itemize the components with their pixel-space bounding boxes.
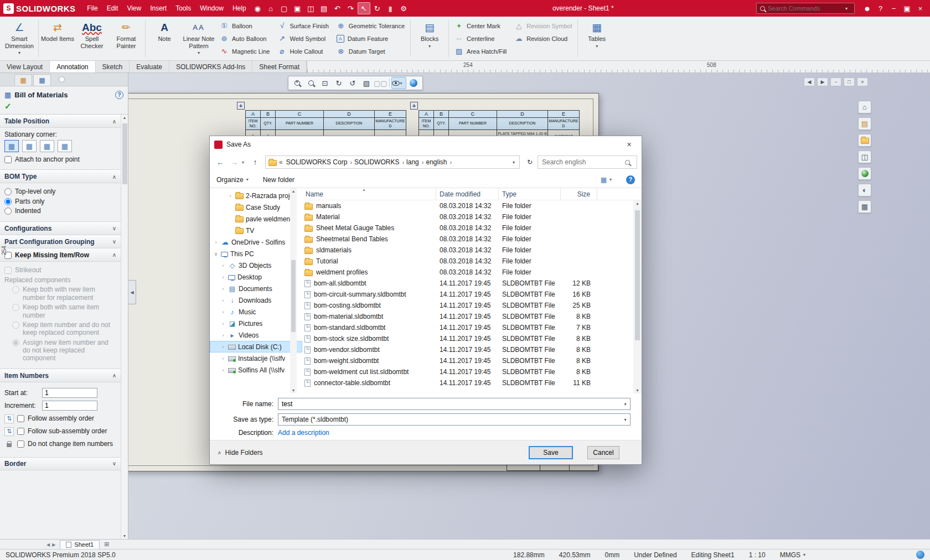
- auto-balloon-button[interactable]: ⊚ Auto Balloon: [217, 33, 273, 45]
- balloon-button[interactable]: ① Balloon: [217, 20, 273, 32]
- search-input[interactable]: [542, 158, 622, 166]
- save-button[interactable]: Save: [529, 446, 573, 459]
- new-folder-button[interactable]: New folder: [263, 176, 294, 184]
- breadcrumb-separator-icon[interactable]: ›: [447, 159, 452, 165]
- section-configurations[interactable]: Configurations ∨: [0, 222, 121, 235]
- display-style-icon[interactable]: ▢▢: [374, 77, 388, 89]
- keep-missing-checkbox[interactable]: Keep Missing Item/Row: [4, 251, 89, 259]
- expand-chevron-icon[interactable]: ›: [220, 356, 226, 361]
- scrollbar-thumb[interactable]: [122, 123, 127, 184]
- tree-item[interactable]: TV: [210, 225, 302, 236]
- do-not-change-numbers-checkbox[interactable]: Do not change item numbers: [17, 440, 113, 448]
- increment-input[interactable]: [42, 401, 97, 411]
- scrollbar-thumb[interactable]: [291, 260, 296, 332]
- scroll-down-icon[interactable]: ▼: [292, 388, 296, 392]
- corner-bottom-left-button[interactable]: ▦: [40, 140, 54, 152]
- change-view-button[interactable]: ▦ ▾: [601, 176, 615, 184]
- expand-chevron-icon[interactable]: ›: [228, 193, 233, 199]
- tree-item[interactable]: › OneDrive - Solfins: [210, 236, 302, 248]
- file-row[interactable]: bom-vendor.sldbomtbt 14.11.2017 19:45 SL…: [302, 344, 642, 355]
- panel-splitter[interactable]: ◀: [128, 280, 136, 304]
- tables-button[interactable]: ▦ Tables ▾: [580, 18, 614, 59]
- file-row[interactable]: Material 08.03.2018 14:32 File folder: [302, 211, 642, 222]
- unit-system-selector[interactable]: MMGS ▾: [780, 551, 809, 559]
- scroll-up-icon[interactable]: ▲: [636, 201, 639, 205]
- undo-icon[interactable]: ↶: [331, 2, 344, 14]
- doc-close-icon[interactable]: ×: [857, 77, 868, 86]
- scrollbar-thumb[interactable]: [635, 210, 640, 340]
- file-row[interactable]: weldment profiles 08.03.2018 14:32 File …: [302, 267, 642, 278]
- breadcrumb-separator-icon[interactable]: ›: [347, 159, 352, 165]
- section-view-icon[interactable]: ▧: [360, 77, 373, 89]
- file-name-combo[interactable]: ▾: [278, 398, 631, 410]
- corner-bottom-right-button[interactable]: ▦: [58, 140, 72, 152]
- geometric-tolerance-button[interactable]: ⊕ Geometric Tolerance: [334, 20, 407, 32]
- pin-icon[interactable]: ◉: [251, 2, 264, 14]
- section-part-configuration-grouping[interactable]: Part Configuration Grouping ∨: [0, 235, 121, 248]
- file-row[interactable]: bom-weight.sldbomtbt 14.11.2017 19:45 SL…: [302, 355, 642, 366]
- file-row[interactable]: connector-table.sldbomtbt 14.11.2017 19:…: [302, 377, 642, 388]
- column-date-modified[interactable]: Date modified: [436, 188, 499, 200]
- expand-chevron-icon[interactable]: ›: [213, 240, 219, 245]
- zoom-to-area-icon[interactable]: [304, 77, 318, 89]
- start-at-input[interactable]: [42, 388, 97, 398]
- table-move-handle-icon[interactable]: +: [237, 102, 245, 110]
- file-list-scrollbar[interactable]: ▲ ▼: [633, 200, 642, 393]
- note-button[interactable]: A Note: [147, 18, 182, 59]
- print-icon[interactable]: ▤: [318, 2, 330, 14]
- dialog-close-icon[interactable]: ×: [617, 137, 642, 153]
- menu-item[interactable]: Help: [228, 2, 251, 14]
- hole-callout-button[interactable]: ⌀ Hole Callout: [275, 45, 332, 58]
- menu-item[interactable]: View: [122, 2, 146, 14]
- expand-chevron-icon[interactable]: ›: [220, 333, 226, 338]
- view-palette-icon[interactable]: ◫: [858, 151, 871, 163]
- refresh-icon[interactable]: ↻: [524, 155, 536, 169]
- add-sheet-icon[interactable]: ⊞: [104, 541, 109, 548]
- breadcrumb-item[interactable]: lang ›: [405, 158, 425, 166]
- file-row[interactable]: bom-weldment cut list.sldbomtbt 14.11.20…: [302, 366, 642, 377]
- file-row[interactable]: bom-stock size.sldbomtbt 14.11.2017 19:4…: [302, 333, 642, 344]
- file-row[interactable]: sldmaterials 08.03.2018 14:32 File folde…: [302, 245, 642, 256]
- section-item-numbers[interactable]: Item Numbers ∧: [0, 369, 121, 382]
- area-hatch-fill-button[interactable]: ▨ Area Hatch/Fill: [452, 45, 509, 58]
- feature-manager-tab[interactable]: ▦: [14, 74, 32, 86]
- dropdown-caret-icon[interactable]: ▾: [621, 398, 630, 409]
- doc-minimize-icon[interactable]: −: [830, 77, 841, 86]
- command-tab[interactable]: SOLIDWORKS Add-Ins: [169, 61, 252, 72]
- last-sheet-icon[interactable]: ▶: [52, 542, 55, 547]
- file-row[interactable]: bom-circuit-summary.sldbomtbt 14.11.2017…: [302, 289, 642, 300]
- corner-top-left-button[interactable]: ▦: [4, 140, 19, 152]
- command-tab[interactable]: Evaluate: [130, 61, 169, 72]
- section-border[interactable]: Border ∨: [0, 457, 121, 470]
- tree-item[interactable]: › Pictures: [210, 318, 302, 329]
- dropdown-caret-icon[interactable]: ▾: [621, 414, 630, 425]
- format-painter-button[interactable]: ✏ Format Painter: [109, 18, 143, 59]
- search-box[interactable]: [538, 155, 637, 169]
- blocks-button[interactable]: ▤ Blocks ▾: [412, 18, 447, 59]
- attach-to-anchor-checkbox[interactable]: Attach to anchor point: [4, 155, 116, 163]
- zoom-in-icon[interactable]: [291, 77, 304, 89]
- datum-target-button[interactable]: ⊗ Datum Target: [334, 45, 407, 58]
- command-tab[interactable]: Sheet Format: [252, 61, 307, 72]
- tree-item[interactable]: › Local Disk (C:): [210, 341, 302, 352]
- indented-radio[interactable]: Indented: [4, 207, 116, 215]
- organize-button[interactable]: Organize ▾: [216, 176, 252, 184]
- datum-feature-button[interactable]: A Datum Feature: [334, 33, 407, 45]
- weld-symbol-button[interactable]: ↗ Weld Symbol: [275, 33, 332, 45]
- tree-item[interactable]: › 3D Objects: [210, 260, 302, 271]
- expand-chevron-icon[interactable]: ∨: [213, 251, 219, 257]
- save-icon[interactable]: ◫: [304, 2, 317, 14]
- search-commands-input[interactable]: [768, 5, 845, 12]
- scroll-up-icon[interactable]: ▲: [292, 189, 296, 193]
- property-manager-scrollbar[interactable]: ▲ ▼: [121, 115, 128, 539]
- help-icon[interactable]: ?: [874, 2, 887, 14]
- cancel-button[interactable]: Cancel: [587, 446, 619, 459]
- file-row[interactable]: bom-standard.sldbomtbt 14.11.2017 19:45 …: [302, 322, 642, 333]
- options-gear-icon[interactable]: ⚙: [397, 2, 410, 14]
- tree-scrollbar[interactable]: ▲ ▼: [290, 188, 297, 393]
- add-description-link[interactable]: Add a description: [278, 429, 329, 437]
- file-row[interactable]: bom-all.sldbomtbt 14.11.2017 19:45 SLDBO…: [302, 278, 642, 289]
- command-search[interactable]: ▾: [756, 3, 855, 14]
- menu-item[interactable]: File: [82, 2, 102, 14]
- expand-chevron-icon[interactable]: ›: [220, 367, 226, 373]
